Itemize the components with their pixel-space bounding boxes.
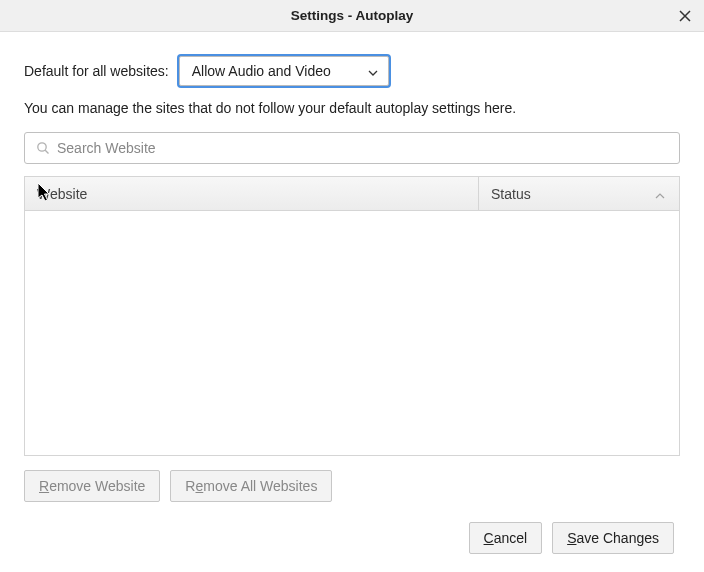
cancel-button[interactable]: Cancel xyxy=(469,522,543,554)
window-title: Settings - Autoplay xyxy=(0,8,704,23)
col-website-label: Website xyxy=(37,186,87,202)
dialog-content: Default for all websites: Allow Audio an… xyxy=(0,32,704,570)
table-header: Website Status xyxy=(25,177,679,211)
default-row: Default for all websites: Allow Audio an… xyxy=(24,56,680,86)
save-changes-button[interactable]: Save Changes xyxy=(552,522,674,554)
remove-button-row: Remove Website Remove All Websites xyxy=(24,470,680,502)
chevron-down-icon xyxy=(368,63,378,79)
titlebar: Settings - Autoplay xyxy=(0,0,704,32)
search-icon xyxy=(36,141,50,155)
search-wrapper xyxy=(24,132,680,164)
default-select-value: Allow Audio and Video xyxy=(192,63,331,79)
close-button[interactable] xyxy=(676,7,694,25)
default-select[interactable]: Allow Audio and Video xyxy=(179,56,389,86)
default-label: Default for all websites: xyxy=(24,63,169,79)
svg-point-0 xyxy=(38,143,46,151)
website-table: Website Status xyxy=(24,176,680,456)
search-input[interactable] xyxy=(24,132,680,164)
col-website-header[interactable]: Website xyxy=(25,177,479,210)
table-body xyxy=(25,211,679,455)
remove-all-websites-button[interactable]: Remove All Websites xyxy=(170,470,332,502)
col-status-header[interactable]: Status xyxy=(479,177,679,210)
col-status-label: Status xyxy=(491,186,531,202)
remove-website-button[interactable]: Remove Website xyxy=(24,470,160,502)
footer-button-row: Cancel Save Changes xyxy=(24,522,680,554)
help-text: You can manage the sites that do not fol… xyxy=(24,100,680,116)
close-icon xyxy=(679,10,691,22)
sort-asc-icon xyxy=(655,186,665,202)
